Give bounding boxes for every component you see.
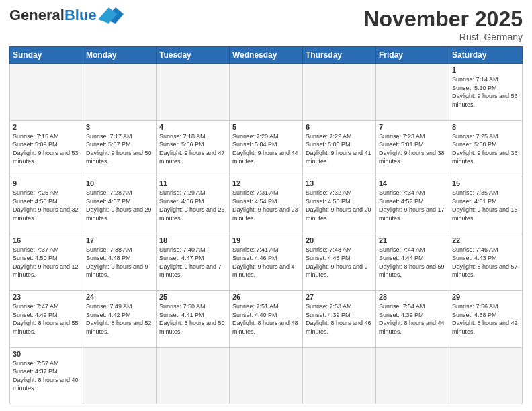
- logo-text: GeneralBlue: [9, 7, 97, 24]
- calendar-cell: 23Sunrise: 7:47 AM Sunset: 4:42 PM Dayli…: [10, 291, 83, 348]
- week-row-1: 2Sunrise: 7:15 AM Sunset: 5:09 PM Daylig…: [10, 120, 523, 177]
- day-info: Sunrise: 7:14 AM Sunset: 5:10 PM Dayligh…: [452, 75, 519, 109]
- day-number: 6: [306, 123, 373, 131]
- calendar-cell: 16Sunrise: 7:37 AM Sunset: 4:50 PM Dayli…: [10, 234, 83, 291]
- day-number: 5: [232, 123, 300, 131]
- calendar-cell: [83, 64, 157, 121]
- week-row-3: 16Sunrise: 7:37 AM Sunset: 4:50 PM Dayli…: [10, 234, 523, 291]
- weekday-header-monday: Monday: [83, 47, 157, 64]
- day-info: Sunrise: 7:18 AM Sunset: 5:06 PM Dayligh…: [159, 132, 226, 166]
- day-info: Sunrise: 7:17 AM Sunset: 5:07 PM Dayligh…: [86, 132, 153, 166]
- calendar-cell: [157, 347, 230, 404]
- week-row-5: 30Sunrise: 7:57 AM Sunset: 4:37 PM Dayli…: [10, 347, 523, 404]
- day-info: Sunrise: 7:32 AM Sunset: 4:53 PM Dayligh…: [306, 189, 373, 222]
- day-number: 22: [452, 236, 519, 244]
- week-row-2: 9Sunrise: 7:26 AM Sunset: 4:58 PM Daylig…: [10, 177, 523, 234]
- calendar-cell: 2Sunrise: 7:15 AM Sunset: 5:09 PM Daylig…: [10, 120, 83, 177]
- calendar-cell: 20Sunrise: 7:43 AM Sunset: 4:45 PM Dayli…: [303, 234, 376, 291]
- day-info: Sunrise: 7:23 AM Sunset: 5:01 PM Dayligh…: [379, 132, 446, 166]
- calendar-cell: 28Sunrise: 7:54 AM Sunset: 4:39 PM Dayli…: [376, 291, 449, 348]
- weekday-header-sunday: Sunday: [10, 47, 83, 64]
- calendar-cell: 27Sunrise: 7:53 AM Sunset: 4:39 PM Dayli…: [303, 291, 376, 348]
- day-number: 25: [159, 293, 226, 301]
- day-number: 26: [232, 293, 300, 301]
- day-info: Sunrise: 7:40 AM Sunset: 4:47 PM Dayligh…: [159, 246, 226, 279]
- day-number: 30: [13, 350, 80, 358]
- calendar-cell: 3Sunrise: 7:17 AM Sunset: 5:07 PM Daylig…: [83, 120, 157, 177]
- calendar-cell: [376, 64, 449, 121]
- day-info: Sunrise: 7:43 AM Sunset: 4:45 PM Dayligh…: [306, 246, 373, 279]
- day-number: 18: [159, 236, 226, 244]
- calendar-cell: 18Sunrise: 7:40 AM Sunset: 4:47 PM Dayli…: [157, 234, 230, 291]
- calendar-cell: 19Sunrise: 7:41 AM Sunset: 4:46 PM Dayli…: [230, 234, 303, 291]
- calendar-cell: 13Sunrise: 7:32 AM Sunset: 4:53 PM Dayli…: [303, 177, 376, 234]
- logo-icon: [98, 5, 124, 24]
- day-info: Sunrise: 7:25 AM Sunset: 5:00 PM Dayligh…: [452, 132, 519, 166]
- calendar-cell: 17Sunrise: 7:38 AM Sunset: 4:48 PM Dayli…: [83, 234, 157, 291]
- day-number: 10: [86, 179, 153, 187]
- day-info: Sunrise: 7:34 AM Sunset: 4:52 PM Dayligh…: [379, 189, 446, 222]
- day-info: Sunrise: 7:56 AM Sunset: 4:38 PM Dayligh…: [452, 302, 519, 336]
- day-info: Sunrise: 7:44 AM Sunset: 4:44 PM Dayligh…: [379, 246, 446, 279]
- day-info: Sunrise: 7:37 AM Sunset: 4:50 PM Dayligh…: [13, 246, 80, 279]
- calendar-cell: 8Sunrise: 7:25 AM Sunset: 5:00 PM Daylig…: [449, 120, 523, 177]
- day-number: 27: [306, 293, 373, 301]
- title-block: November 2025 Rust, Germany: [363, 7, 523, 42]
- calendar-cell: 24Sunrise: 7:49 AM Sunset: 4:42 PM Dayli…: [83, 291, 157, 348]
- day-number: 9: [13, 179, 80, 187]
- logo: GeneralBlue: [9, 7, 124, 24]
- day-number: 13: [306, 179, 373, 187]
- day-info: Sunrise: 7:29 AM Sunset: 4:56 PM Dayligh…: [159, 189, 226, 222]
- day-info: Sunrise: 7:46 AM Sunset: 4:43 PM Dayligh…: [452, 246, 519, 279]
- calendar-cell: [83, 347, 157, 404]
- calendar-cell: 9Sunrise: 7:26 AM Sunset: 4:58 PM Daylig…: [10, 177, 83, 234]
- calendar-cell: 22Sunrise: 7:46 AM Sunset: 4:43 PM Dayli…: [449, 234, 523, 291]
- day-info: Sunrise: 7:28 AM Sunset: 4:57 PM Dayligh…: [86, 189, 153, 222]
- week-row-4: 23Sunrise: 7:47 AM Sunset: 4:42 PM Dayli…: [10, 291, 523, 348]
- day-info: Sunrise: 7:54 AM Sunset: 4:39 PM Dayligh…: [379, 302, 446, 336]
- day-number: 20: [306, 236, 373, 244]
- day-info: Sunrise: 7:50 AM Sunset: 4:41 PM Dayligh…: [159, 302, 226, 336]
- day-number: 1: [452, 66, 519, 74]
- day-number: 28: [379, 293, 446, 301]
- logo-blue: Blue: [64, 7, 97, 24]
- day-info: Sunrise: 7:53 AM Sunset: 4:39 PM Dayligh…: [306, 302, 373, 336]
- day-number: 19: [232, 236, 300, 244]
- weekday-header-thursday: Thursday: [303, 47, 376, 64]
- day-number: 7: [379, 123, 446, 131]
- day-number: 4: [159, 123, 226, 131]
- calendar-cell: 4Sunrise: 7:18 AM Sunset: 5:06 PM Daylig…: [157, 120, 230, 177]
- day-info: Sunrise: 7:20 AM Sunset: 5:04 PM Dayligh…: [232, 132, 300, 166]
- calendar-cell: [230, 347, 303, 404]
- logo-general: General: [9, 7, 64, 24]
- calendar-cell: 12Sunrise: 7:31 AM Sunset: 4:54 PM Dayli…: [230, 177, 303, 234]
- day-info: Sunrise: 7:49 AM Sunset: 4:42 PM Dayligh…: [86, 302, 153, 336]
- day-number: 15: [452, 179, 519, 187]
- weekday-header-saturday: Saturday: [449, 47, 523, 64]
- calendar-cell: [303, 64, 376, 121]
- calendar-cell: [157, 64, 230, 121]
- calendar-cell: [376, 347, 449, 404]
- day-number: 12: [232, 179, 300, 187]
- calendar-cell: 11Sunrise: 7:29 AM Sunset: 4:56 PM Dayli…: [157, 177, 230, 234]
- calendar-cell: 10Sunrise: 7:28 AM Sunset: 4:57 PM Dayli…: [83, 177, 157, 234]
- day-info: Sunrise: 7:41 AM Sunset: 4:46 PM Dayligh…: [232, 246, 300, 279]
- calendar-cell: 25Sunrise: 7:50 AM Sunset: 4:41 PM Dayli…: [157, 291, 230, 348]
- month-title: November 2025: [363, 7, 523, 32]
- calendar-cell: 5Sunrise: 7:20 AM Sunset: 5:04 PM Daylig…: [230, 120, 303, 177]
- day-number: 17: [86, 236, 153, 244]
- calendar-table: SundayMondayTuesdayWednesdayThursdayFrid…: [9, 46, 523, 404]
- day-number: 14: [379, 179, 446, 187]
- day-info: Sunrise: 7:57 AM Sunset: 4:37 PM Dayligh…: [13, 359, 80, 393]
- day-number: 8: [452, 123, 519, 131]
- calendar-cell: [230, 64, 303, 121]
- weekday-header-tuesday: Tuesday: [157, 47, 230, 64]
- day-number: 21: [379, 236, 446, 244]
- day-info: Sunrise: 7:22 AM Sunset: 5:03 PM Dayligh…: [306, 132, 373, 166]
- day-number: 24: [86, 293, 153, 301]
- calendar-cell: 30Sunrise: 7:57 AM Sunset: 4:37 PM Dayli…: [10, 347, 83, 404]
- weekday-header-row: SundayMondayTuesdayWednesdayThursdayFrid…: [10, 47, 523, 64]
- day-info: Sunrise: 7:31 AM Sunset: 4:54 PM Dayligh…: [232, 189, 300, 222]
- day-info: Sunrise: 7:35 AM Sunset: 4:51 PM Dayligh…: [452, 189, 519, 222]
- day-info: Sunrise: 7:38 AM Sunset: 4:48 PM Dayligh…: [86, 246, 153, 279]
